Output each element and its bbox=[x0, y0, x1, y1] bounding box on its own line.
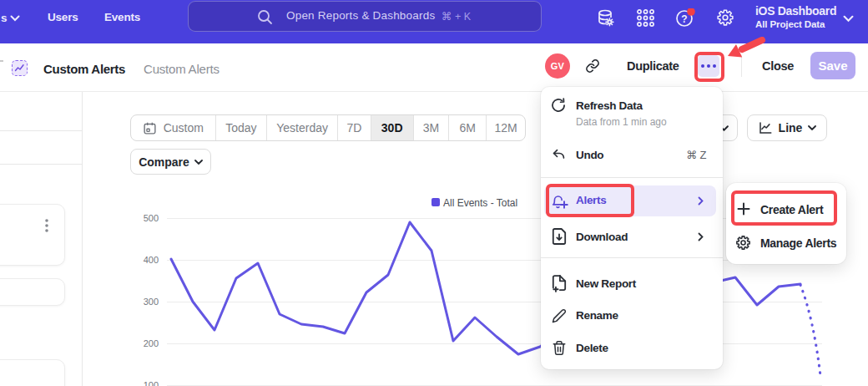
svg-text:?: ? bbox=[681, 13, 687, 25]
